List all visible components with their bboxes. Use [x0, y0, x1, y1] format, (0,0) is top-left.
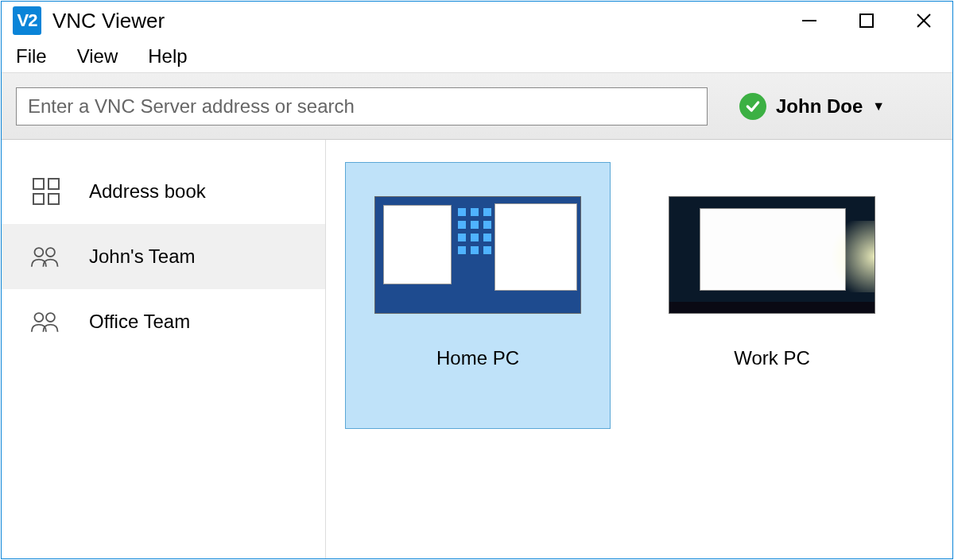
sidebar-item-label: Office Team: [89, 311, 190, 333]
connection-label: Home PC: [436, 347, 519, 369]
grid-icon: [30, 176, 62, 207]
svg-point-9: [46, 248, 55, 257]
menu-file[interactable]: File: [10, 42, 53, 71]
svg-rect-6: [33, 194, 44, 204]
menu-view[interactable]: View: [71, 42, 125, 71]
app-title: VNC Viewer: [52, 9, 165, 33]
team-icon: [30, 306, 62, 338]
minimize-icon: [801, 12, 818, 29]
svg-point-8: [34, 248, 43, 257]
connection-card-home-pc[interactable]: Home PC: [345, 162, 611, 429]
sidebar-item-office-team[interactable]: Office Team: [2, 289, 325, 354]
close-icon: [915, 12, 933, 29]
sidebar: Address book John's Team Office Team: [2, 140, 326, 558]
sidebar-item-address-book[interactable]: Address book: [2, 159, 325, 224]
user-menu[interactable]: John Doe ▼: [739, 93, 885, 120]
search-input[interactable]: [16, 87, 708, 126]
toolbar: John Doe ▼: [2, 73, 952, 140]
status-check-icon: [739, 93, 766, 120]
svg-point-11: [46, 313, 55, 322]
sidebar-item-label: John's Team: [89, 245, 196, 268]
menu-help[interactable]: Help: [142, 42, 193, 71]
body-area: Address book John's Team Office Team: [2, 140, 952, 558]
titlebar: V2 VNC Viewer: [2, 2, 952, 40]
svg-rect-4: [33, 179, 44, 189]
connections-grid: Home PC Work PC: [326, 140, 952, 558]
svg-rect-7: [48, 194, 59, 204]
maximize-icon: [859, 13, 874, 29]
connection-card-work-pc[interactable]: Work PC: [639, 162, 905, 429]
user-name-label: John Doe: [776, 95, 863, 118]
close-button[interactable]: [895, 2, 952, 40]
app-icon: V2: [13, 6, 41, 35]
svg-point-10: [34, 313, 43, 322]
app-window: V2 VNC Viewer File View Help John Doe ▼: [1, 1, 953, 559]
menubar: File View Help: [2, 40, 952, 73]
svg-rect-5: [48, 179, 59, 189]
maximize-button[interactable]: [838, 2, 895, 40]
sidebar-item-label: Address book: [89, 180, 206, 203]
svg-rect-1: [860, 14, 873, 27]
team-icon: [30, 241, 62, 272]
connection-label: Work PC: [734, 347, 810, 369]
connection-thumbnail: [374, 196, 581, 314]
minimize-button[interactable]: [781, 2, 838, 40]
sidebar-item-johns-team[interactable]: John's Team: [2, 224, 325, 289]
window-controls: [781, 2, 952, 40]
connection-thumbnail: [669, 196, 875, 314]
chevron-down-icon: ▼: [872, 99, 885, 114]
